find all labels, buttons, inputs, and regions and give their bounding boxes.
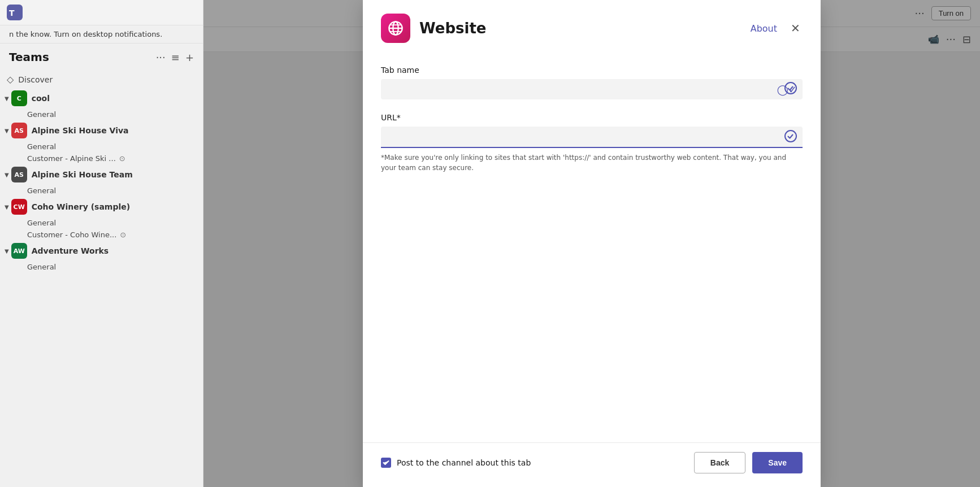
tab-name-field-group: Tab name ◯✓ [381,66,803,99]
modal-footer: Post to the channel about this tab Back … [363,442,821,487]
svg-point-8 [785,131,796,142]
teams-header: Teams ··· ≡ + [0,44,203,68]
team-name: cool [32,94,50,103]
teams-add-icon[interactable]: + [185,51,194,63]
back-button[interactable]: Back [694,452,745,473]
modal-overlay: Website About ✕ Tab name ◯✓ [203,0,980,487]
discover-label: Discover [18,75,53,84]
channel-sync-icon: ⊙ [119,154,125,163]
avatar: AS [11,167,27,182]
sidebar-item-coho[interactable]: ▼ CW Coho Winery (sample) [0,197,203,217]
close-button[interactable]: ✕ [788,20,803,36]
sidebar-item-coho-customer[interactable]: Customer - Coho Wine... ⊙ [0,229,203,241]
teams-more-icon[interactable]: ··· [156,51,166,63]
avatar: AS [11,123,27,138]
tab-name-label: Tab name [381,66,803,75]
modal-body: Tab name ◯✓ [363,52,821,442]
avatar: CW [11,199,27,215]
sidebar-item-alpine-viva-general[interactable]: General [0,141,203,153]
avatar: AW [11,243,27,259]
sidebar-top-bar: T [0,0,203,25]
svg-point-7 [785,82,796,94]
team-name: Alpine Ski House Viva [32,126,129,135]
post-to-channel-label: Post to the channel about this tab [397,458,531,467]
tab-name-input-wrapper: ◯✓ [381,79,803,99]
team-name: Alpine Ski House Team [32,170,133,179]
sidebar-item-discover[interactable]: ◇ Discover [0,71,203,88]
footer-buttons: Back Save [694,452,803,473]
teams-title: Teams [9,50,49,64]
globe-icon [388,20,404,36]
svg-text:T: T [9,8,15,18]
url-input[interactable] [381,127,803,148]
chevron-down-icon: ▼ [5,95,9,102]
about-link[interactable]: About [751,23,777,34]
team-list: ◇ Discover ▼ C cool General ▼ AS Alpine … [0,68,203,487]
url-security-note: *Make sure you're only linking to sites … [381,153,803,173]
url-field-group: URL* *Make sure you're only linking to s… [381,113,803,173]
save-button[interactable]: Save [752,452,803,473]
discover-icon: ◇ [7,74,14,85]
sidebar-item-alpine-viva[interactable]: ▼ AS Alpine Ski House Viva [0,120,203,141]
modal-header: Website About ✕ [363,0,821,52]
url-checkmark-icon [784,130,797,145]
chevron-down-icon: ▼ [5,248,9,254]
sidebar-item-adventure-general[interactable]: General [0,261,203,273]
url-label: URL* [381,113,803,122]
website-app-icon [381,14,410,43]
team-name: Coho Winery (sample) [32,202,130,211]
post-to-channel-checkbox[interactable] [381,458,391,468]
modal-title: Website [419,20,751,37]
chevron-down-icon: ▼ [5,128,9,134]
sidebar: T n the know. Turn on desktop notificati… [0,0,203,487]
teams-filter-icon[interactable]: ≡ [171,51,180,63]
sidebar-item-coho-general[interactable]: General [0,217,203,229]
sidebar-item-adventure[interactable]: ▼ AW Adventure Works [0,241,203,261]
post-to-channel-area: Post to the channel about this tab [381,458,694,468]
sidebar-item-alpine-team[interactable]: ▼ AS Alpine Ski House Team [0,164,203,185]
avatar: C [11,90,27,106]
teams-header-actions: ··· ≡ + [156,51,194,63]
sidebar-item-alpine-team-general[interactable]: General [0,185,203,197]
checkmark-icon [383,459,389,466]
checkmark-icon [784,82,797,97]
channel-sync-icon: ⊙ [120,231,126,239]
notification-banner: n the know. Turn on desktop notification… [0,25,203,44]
website-modal: Website About ✕ Tab name ◯✓ [363,0,821,487]
chevron-down-icon: ▼ [5,172,9,178]
main-area: ··· Turn on 📹 ··· ⊟ [203,0,980,487]
url-input-wrapper [381,127,803,148]
sidebar-item-alpine-viva-customer[interactable]: Customer - Alpine Ski ... ⊙ [0,153,203,164]
sidebar-item-cool-general[interactable]: General [0,108,203,120]
teams-logo-icon: T [7,5,23,20]
sidebar-item-cool[interactable]: ▼ C cool [0,88,203,108]
team-name: Adventure Works [32,246,109,255]
tab-name-input[interactable] [381,79,803,99]
chevron-down-icon: ▼ [5,204,9,210]
